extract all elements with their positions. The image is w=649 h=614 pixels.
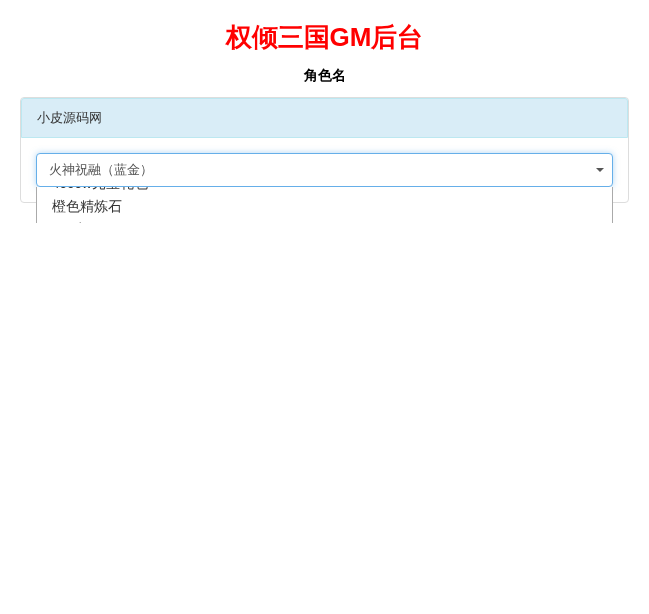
dropdown-item[interactable]: VIP卡	[37, 219, 612, 223]
selected-value: 火神祝融（蓝金）	[49, 161, 153, 179]
panel-container: 小皮源码网 火神祝融（蓝金） 20亿礼包4000w元宝礼包橙色精炼石VIP卡VI…	[20, 97, 629, 203]
chevron-down-icon	[596, 168, 604, 172]
dropdown-item[interactable]: 4000w元宝礼包	[37, 187, 612, 196]
panel-body: 火神祝融（蓝金） 20亿礼包4000w元宝礼包橙色精炼石VIP卡VIP卡碎片幻影…	[21, 138, 628, 202]
subtitle-label: 角色名	[20, 67, 629, 85]
panel-header: 小皮源码网	[21, 98, 628, 138]
page-title: 权倾三国GM后台	[20, 20, 629, 55]
dropdown-list[interactable]: 20亿礼包4000w元宝礼包橙色精炼石VIP卡VIP卡碎片幻影道具赵子龙（蓝金）…	[36, 187, 613, 223]
select-dropdown[interactable]: 火神祝融（蓝金）	[36, 153, 613, 187]
dropdown-item[interactable]: 橙色精炼石	[37, 196, 612, 219]
select-wrapper: 火神祝融（蓝金） 20亿礼包4000w元宝礼包橙色精炼石VIP卡VIP卡碎片幻影…	[36, 153, 613, 187]
